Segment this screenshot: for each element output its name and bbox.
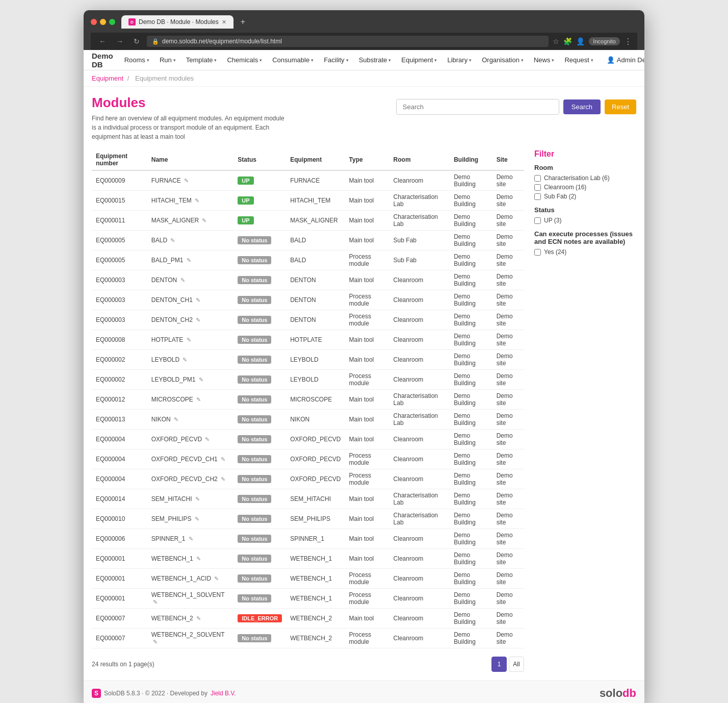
search-input[interactable] — [396, 99, 559, 115]
chevron-down-icon: ▾ — [311, 58, 314, 63]
new-tab-button[interactable]: + — [237, 15, 249, 29]
cell-site: Demo site — [492, 290, 524, 310]
filter-can-execute-yes[interactable]: Yes (24) — [534, 248, 636, 256]
edit-icon[interactable]: ✎ — [221, 476, 225, 482]
cell-equipment: OXFORD_PECVD — [286, 430, 345, 449]
edit-icon[interactable]: ✎ — [205, 436, 210, 442]
edit-icon[interactable]: ✎ — [214, 575, 219, 582]
table-row: EQ000014 SEM_HITACHI ✎ No status SEM_HIT… — [92, 489, 524, 509]
cell-status: No status — [233, 250, 286, 270]
extensions-icon[interactable]: 🧩 — [563, 37, 572, 45]
cell-equipment: OXFORD_PECVD — [286, 449, 345, 469]
cell-eq-num: EQ000015 — [92, 191, 147, 211]
nav-item-library[interactable]: Library ▾ — [442, 50, 477, 70]
edit-icon[interactable]: ✎ — [195, 496, 200, 502]
filter-status-up-checkbox[interactable] — [534, 217, 541, 224]
table-row: EQ000008 HOTPLATE ✎ No status HOTPLATE M… — [92, 330, 524, 350]
solo-db-text: db — [622, 687, 636, 700]
nav-item-organisation[interactable]: Organisation ▾ — [477, 50, 529, 70]
edit-icon[interactable]: ✎ — [174, 416, 178, 422]
nav-item-facility[interactable]: Facility ▾ — [319, 50, 353, 70]
search-button[interactable]: Search — [563, 99, 601, 114]
edit-icon[interactable]: ✎ — [196, 556, 201, 562]
nav-item-equipment[interactable]: Equipment ▾ — [396, 50, 442, 70]
filter-section: Filter Room Characterisation Lab (6) Cle… — [534, 149, 636, 672]
cell-building: Demo Building — [450, 569, 492, 589]
lock-icon: 🔒 — [152, 38, 159, 45]
filter-room-cleanroom[interactable]: Cleanroom (16) — [534, 184, 636, 191]
cell-type: Main tool — [345, 231, 389, 250]
nav-item-user[interactable]: 👤 Admin Demo ▾ — [602, 50, 644, 70]
edit-icon[interactable]: ✎ — [199, 376, 203, 383]
cell-eq-num: EQ000003 — [92, 310, 147, 330]
nav-item-substrate[interactable]: Substrate ▾ — [354, 50, 397, 70]
traffic-light-red[interactable] — [91, 19, 97, 25]
nav-item-news[interactable]: News ▾ — [529, 50, 560, 70]
edit-icon[interactable]: ✎ — [184, 178, 189, 184]
browser-tab[interactable]: D Demo DB · Module · Modules ✕ — [121, 15, 233, 29]
forward-button[interactable]: → — [113, 36, 126, 46]
cell-building: Demo Building — [450, 629, 492, 648]
address-bar[interactable]: 🔒 demo.solodb.net/equipment/module/list.… — [147, 36, 549, 47]
filter-status-up[interactable]: UP (3) — [534, 217, 636, 224]
browser-menu-icon[interactable]: ⋮ — [624, 37, 632, 46]
footer-company[interactable]: Jield B.V. — [211, 690, 236, 697]
cell-type: Main tool — [345, 270, 389, 290]
edit-icon[interactable]: ✎ — [195, 197, 199, 204]
edit-icon[interactable]: ✎ — [170, 237, 175, 243]
cell-equipment: WETBENCH_1 — [286, 569, 345, 589]
refresh-button[interactable]: ↻ — [131, 36, 143, 46]
edit-icon[interactable]: ✎ — [196, 317, 200, 323]
breadcrumb-parent[interactable]: Equipment — [92, 74, 123, 82]
nav-item-request[interactable]: Request ▾ — [559, 50, 598, 70]
edit-icon[interactable]: ✎ — [196, 297, 200, 303]
cell-eq-num: EQ000012 — [92, 390, 147, 410]
results-count: 24 results on 1 page(s) — [92, 661, 154, 668]
edit-icon[interactable]: ✎ — [187, 337, 191, 343]
nav-item-consumable[interactable]: Consumable ▾ — [267, 50, 319, 70]
cell-room: Characterisation Lab — [389, 489, 450, 509]
edit-icon[interactable]: ✎ — [196, 615, 201, 621]
navbar-brand[interactable]: Demo DB — [92, 52, 113, 69]
cell-site: Demo site — [492, 410, 524, 430]
filter-room-char-lab-checkbox[interactable] — [534, 175, 541, 182]
cell-eq-num: EQ000007 — [92, 629, 147, 648]
cell-room: Cleanroom — [389, 370, 450, 390]
edit-icon[interactable]: ✎ — [153, 599, 158, 605]
traffic-light-green[interactable] — [109, 19, 115, 25]
nav-item-run[interactable]: Run ▾ — [154, 50, 181, 70]
nav-item-template[interactable]: Template ▾ — [181, 50, 222, 70]
edit-icon[interactable]: ✎ — [180, 277, 185, 283]
back-button[interactable]: ← — [96, 36, 109, 46]
profile-icon[interactable]: 👤 — [576, 37, 585, 45]
edit-icon[interactable]: ✎ — [221, 456, 225, 462]
edit-icon[interactable]: ✎ — [196, 396, 201, 403]
edit-icon[interactable]: ✎ — [153, 639, 158, 645]
edit-icon[interactable]: ✎ — [195, 516, 199, 522]
cell-building: Demo Building — [450, 290, 492, 310]
col-eq-number: Equipment number — [92, 149, 147, 170]
cell-name: DENTON ✎ — [147, 270, 234, 290]
nav-item-chemicals[interactable]: Chemicals ▾ — [222, 50, 267, 70]
reset-button[interactable]: Reset — [605, 99, 636, 114]
page-button-1[interactable]: 1 — [491, 657, 507, 672]
edit-icon[interactable]: ✎ — [189, 536, 193, 542]
cell-room: Characterisation Lab — [389, 390, 450, 410]
table-row: EQ000005 BALD_PM1 ✎ No status BALD Proce… — [92, 250, 524, 270]
nav-item-rooms[interactable]: Rooms ▾ — [119, 50, 154, 70]
bookmark-icon[interactable]: ☆ — [553, 37, 559, 45]
edit-icon[interactable]: ✎ — [183, 357, 187, 363]
traffic-light-yellow[interactable] — [100, 19, 106, 25]
cell-equipment: BALD — [286, 250, 345, 270]
page-button-all[interactable]: All — [509, 657, 524, 672]
edit-icon[interactable]: ✎ — [202, 217, 206, 223]
filter-room-cleanroom-checkbox[interactable] — [534, 184, 541, 191]
filter-room-subfab[interactable]: Sub Fab (2) — [534, 193, 636, 200]
tab-close-icon[interactable]: ✕ — [222, 19, 226, 26]
cell-room: Cleanroom — [389, 449, 450, 469]
filter-room-subfab-checkbox[interactable] — [534, 193, 541, 200]
cell-status: No status — [233, 290, 286, 310]
edit-icon[interactable]: ✎ — [187, 257, 191, 263]
filter-can-execute-yes-checkbox[interactable] — [534, 249, 541, 256]
filter-room-char-lab[interactable]: Characterisation Lab (6) — [534, 174, 636, 182]
